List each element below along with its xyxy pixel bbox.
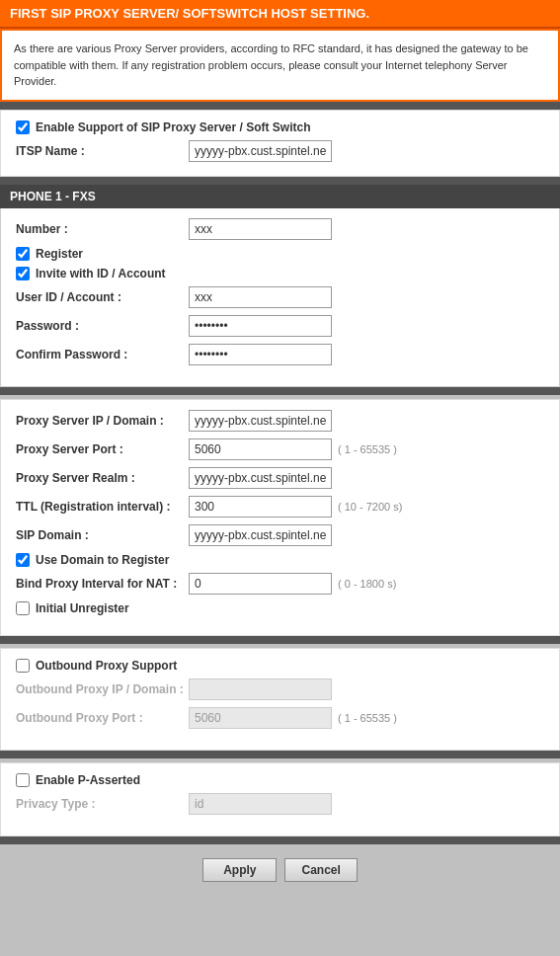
initial-unreg-label: Initial Unregister	[36, 601, 129, 615]
realm-input[interactable]	[189, 467, 332, 489]
initial-unreg-checkbox[interactable]	[16, 601, 30, 615]
p-asserted-section: Enable P-Asserted Privacy Type :	[0, 762, 560, 836]
password-row: Password :	[16, 315, 544, 337]
enable-proxy-label: Enable Support of SIP Proxy Server / Sof…	[36, 120, 311, 134]
divider-6	[0, 836, 560, 844]
number-label: Number :	[16, 222, 189, 236]
privacy-type-input[interactable]	[189, 793, 332, 815]
page-wrapper: FIRST SIP PROXY SERVER/ SOFTSWITCH HOST …	[0, 0, 560, 892]
proxy-port-row: Proxy Server Port : ( 1 - 65535 )	[16, 438, 544, 460]
button-row: Apply Cancel	[0, 844, 560, 892]
proxy-enable-section: Enable Support of SIP Proxy Server / Sof…	[0, 110, 560, 177]
proxy-port-label: Proxy Server Port :	[16, 442, 189, 456]
sip-domain-row: SIP Domain :	[16, 524, 544, 546]
phone-section-title: PHONE 1 - FXS	[10, 190, 96, 203]
phone-section-content: Number : Register Invite with ID / Accou…	[0, 208, 560, 387]
use-domain-row: Use Domain to Register	[16, 553, 544, 567]
confirm-password-label: Confirm Password :	[16, 348, 189, 361]
outbound-support-label: Outbound Proxy Support	[36, 659, 177, 673]
outbound-port-row: Outbound Proxy Port : ( 1 - 65535 )	[16, 707, 544, 729]
sip-settings-section: Proxy Server IP / Domain : Proxy Server …	[0, 399, 560, 636]
cancel-button[interactable]: Cancel	[284, 858, 357, 882]
userid-label: User ID / Account :	[16, 290, 189, 304]
p-asserted-label: Enable P-Asserted	[36, 773, 140, 787]
sip-domain-input[interactable]	[189, 524, 332, 546]
outbound-port-label: Outbound Proxy Port :	[16, 711, 189, 725]
userid-row: User ID / Account :	[16, 286, 544, 308]
ttl-hint: ( 10 - 7200 s)	[338, 501, 402, 513]
register-checkbox[interactable]	[16, 247, 30, 261]
invite-label: Invite with ID / Account	[36, 267, 166, 280]
outbound-ip-label: Outbound Proxy IP / Domain :	[16, 682, 189, 696]
outbound-section: Outbound Proxy Support Outbound Proxy IP…	[0, 648, 560, 751]
userid-input[interactable]	[189, 286, 332, 308]
phone-section-header: PHONE 1 - FXS	[0, 185, 560, 208]
proxy-ip-label: Proxy Server IP / Domain :	[16, 414, 189, 428]
proxy-ip-row: Proxy Server IP / Domain :	[16, 410, 544, 432]
divider-4	[0, 636, 560, 644]
proxy-ip-input[interactable]	[189, 410, 332, 432]
sip-domain-label: SIP Domain :	[16, 528, 189, 542]
bind-proxy-label: Bind Proxy Interval for NAT :	[16, 577, 189, 591]
invite-checkbox[interactable]	[16, 267, 30, 280]
realm-label: Proxy Server Realm :	[16, 471, 189, 485]
p-asserted-enable-row: Enable P-Asserted	[16, 773, 544, 787]
outbound-port-hint: ( 1 - 65535 )	[338, 712, 397, 724]
outbound-ip-input[interactable]	[189, 678, 332, 700]
register-label: Register	[36, 247, 83, 261]
itsp-name-label: ITSP Name :	[16, 144, 189, 158]
info-box: As there are various Proxy Server provid…	[0, 29, 560, 102]
page-header: FIRST SIP PROXY SERVER/ SOFTSWITCH HOST …	[0, 0, 560, 29]
proxy-port-hint: ( 1 - 65535 )	[338, 443, 397, 455]
apply-button[interactable]: Apply	[202, 858, 277, 882]
info-text: As there are various Proxy Server provid…	[14, 42, 528, 87]
bind-proxy-input[interactable]	[189, 573, 332, 595]
bind-proxy-row: Bind Proxy Interval for NAT : ( 0 - 1800…	[16, 573, 544, 595]
outbound-port-input[interactable]	[189, 707, 332, 729]
password-label: Password :	[16, 319, 189, 333]
realm-row: Proxy Server Realm :	[16, 467, 544, 489]
divider-1	[0, 102, 560, 110]
itsp-name-input[interactable]	[189, 140, 332, 162]
use-domain-checkbox[interactable]	[16, 553, 30, 567]
privacy-type-label: Privacy Type :	[16, 797, 189, 811]
outbound-support-row: Outbound Proxy Support	[16, 659, 544, 673]
privacy-type-row: Privacy Type :	[16, 793, 544, 815]
itsp-row: ITSP Name :	[16, 140, 544, 162]
number-input[interactable]	[189, 218, 332, 240]
use-domain-label: Use Domain to Register	[36, 553, 169, 567]
enable-proxy-checkbox[interactable]	[16, 120, 30, 134]
number-row: Number :	[16, 218, 544, 240]
divider-2	[0, 177, 560, 185]
register-row: Register	[16, 247, 544, 261]
invite-row: Invite with ID / Account	[16, 267, 544, 280]
outbound-support-checkbox[interactable]	[16, 659, 30, 673]
bind-proxy-hint: ( 0 - 1800 s)	[338, 578, 396, 590]
divider-5	[0, 751, 560, 758]
divider-3	[0, 387, 560, 395]
p-asserted-checkbox[interactable]	[16, 773, 30, 787]
enable-proxy-row: Enable Support of SIP Proxy Server / Sof…	[16, 120, 544, 134]
ttl-label: TTL (Registration interval) :	[16, 500, 189, 514]
confirm-password-row: Confirm Password :	[16, 344, 544, 365]
proxy-port-input[interactable]	[189, 438, 332, 460]
outbound-ip-row: Outbound Proxy IP / Domain :	[16, 678, 544, 700]
ttl-input[interactable]	[189, 496, 332, 518]
password-input[interactable]	[189, 315, 332, 337]
initial-unreg-row: Initial Unregister	[16, 601, 544, 615]
page-title: FIRST SIP PROXY SERVER/ SOFTSWITCH HOST …	[10, 6, 369, 21]
confirm-password-input[interactable]	[189, 344, 332, 365]
ttl-row: TTL (Registration interval) : ( 10 - 720…	[16, 496, 544, 518]
